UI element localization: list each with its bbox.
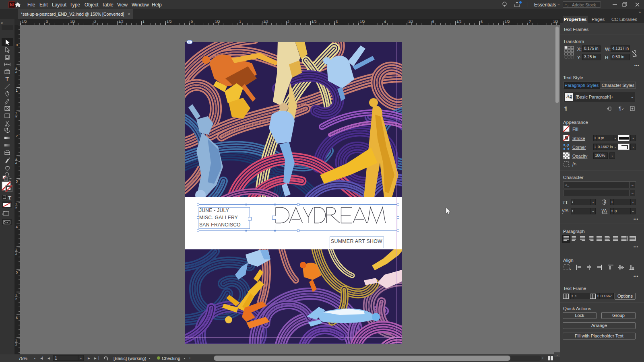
svg-text:T: T	[8, 195, 11, 201]
svg-text:T: T	[6, 76, 9, 82]
